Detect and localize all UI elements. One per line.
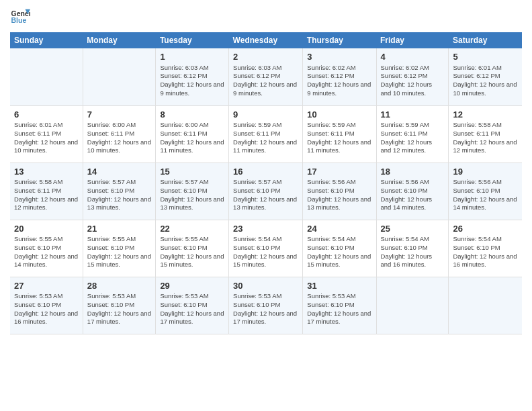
day-info: Sunrise: 5:54 AM Sunset: 6:10 PM Dayligh… <box>381 235 445 269</box>
day-info: Sunrise: 5:56 AM Sunset: 6:10 PM Dayligh… <box>381 178 445 212</box>
day-info: Sunrise: 5:55 AM Sunset: 6:10 PM Dayligh… <box>87 235 152 269</box>
calendar-cell: 20Sunrise: 5:55 AM Sunset: 6:10 PM Dayli… <box>10 220 83 277</box>
page-container: General Blue SundayMondayTuesdayWednesda… <box>0 0 532 341</box>
calendar-cell: 30Sunrise: 5:53 AM Sunset: 6:10 PM Dayli… <box>229 277 303 334</box>
calendar-cell: 13Sunrise: 5:58 AM Sunset: 6:11 PM Dayli… <box>10 163 83 220</box>
calendar-cell: 25Sunrise: 5:54 AM Sunset: 6:10 PM Dayli… <box>376 220 449 277</box>
day-number: 8 <box>160 109 224 121</box>
day-number: 10 <box>307 109 371 121</box>
day-info: Sunrise: 6:00 AM Sunset: 6:11 PM Dayligh… <box>87 121 152 155</box>
day-info: Sunrise: 5:59 AM Sunset: 6:11 PM Dayligh… <box>233 121 298 155</box>
day-number: 27 <box>14 280 79 292</box>
calendar-cell: 3Sunrise: 6:02 AM Sunset: 6:12 PM Daylig… <box>303 48 376 105</box>
day-number: 25 <box>381 223 445 235</box>
calendar-cell: 23Sunrise: 5:54 AM Sunset: 6:10 PM Dayli… <box>229 220 303 277</box>
calendar-cell: 31Sunrise: 5:53 AM Sunset: 6:10 PM Dayli… <box>303 277 376 334</box>
weekday-header-friday: Friday <box>376 32 449 48</box>
day-number: 7 <box>87 109 152 121</box>
day-info: Sunrise: 6:01 AM Sunset: 6:12 PM Dayligh… <box>453 64 518 98</box>
calendar-cell: 15Sunrise: 5:57 AM Sunset: 6:10 PM Dayli… <box>156 163 229 220</box>
calendar-week-4: 20Sunrise: 5:55 AM Sunset: 6:10 PM Dayli… <box>10 220 522 277</box>
day-number: 11 <box>381 109 445 121</box>
day-info: Sunrise: 5:53 AM Sunset: 6:10 PM Dayligh… <box>14 292 79 326</box>
day-info: Sunrise: 5:59 AM Sunset: 6:11 PM Dayligh… <box>381 121 445 155</box>
svg-text:Blue: Blue <box>11 16 27 24</box>
calendar-cell: 21Sunrise: 5:55 AM Sunset: 6:10 PM Dayli… <box>83 220 156 277</box>
calendar-cell: 27Sunrise: 5:53 AM Sunset: 6:10 PM Dayli… <box>10 277 83 334</box>
calendar-cell: 9Sunrise: 5:59 AM Sunset: 6:11 PM Daylig… <box>229 105 303 163</box>
calendar-cell: 2Sunrise: 6:03 AM Sunset: 6:12 PM Daylig… <box>229 48 303 105</box>
calendar-cell: 26Sunrise: 5:54 AM Sunset: 6:10 PM Dayli… <box>449 220 522 277</box>
calendar-cell: 29Sunrise: 5:53 AM Sunset: 6:10 PM Dayli… <box>156 277 229 334</box>
calendar-week-2: 6Sunrise: 6:01 AM Sunset: 6:11 PM Daylig… <box>10 105 522 163</box>
day-info: Sunrise: 5:53 AM Sunset: 6:10 PM Dayligh… <box>233 292 298 326</box>
day-number: 9 <box>233 109 298 121</box>
day-number: 30 <box>233 280 298 292</box>
day-info: Sunrise: 5:54 AM Sunset: 6:10 PM Dayligh… <box>307 235 371 269</box>
day-info: Sunrise: 5:59 AM Sunset: 6:11 PM Dayligh… <box>307 121 371 155</box>
day-number: 1 <box>160 51 224 63</box>
calendar-cell: 16Sunrise: 5:57 AM Sunset: 6:10 PM Dayli… <box>229 163 303 220</box>
calendar-cell: 10Sunrise: 5:59 AM Sunset: 6:11 PM Dayli… <box>303 105 376 163</box>
weekday-header-row: SundayMondayTuesdayWednesdayThursdayFrid… <box>10 32 522 48</box>
day-number: 22 <box>160 223 224 235</box>
day-number: 12 <box>453 109 518 121</box>
day-number: 21 <box>87 223 152 235</box>
calendar-cell: 5Sunrise: 6:01 AM Sunset: 6:12 PM Daylig… <box>449 48 522 105</box>
calendar-header: SundayMondayTuesdayWednesdayThursdayFrid… <box>10 32 522 48</box>
calendar-cell: 7Sunrise: 6:00 AM Sunset: 6:11 PM Daylig… <box>83 105 156 163</box>
calendar-cell: 11Sunrise: 5:59 AM Sunset: 6:11 PM Dayli… <box>376 105 449 163</box>
day-info: Sunrise: 5:53 AM Sunset: 6:10 PM Dayligh… <box>87 292 152 326</box>
day-number: 2 <box>233 51 298 63</box>
calendar-cell: 6Sunrise: 6:01 AM Sunset: 6:11 PM Daylig… <box>10 105 83 163</box>
day-number: 15 <box>160 166 224 178</box>
calendar-cell: 4Sunrise: 6:02 AM Sunset: 6:12 PM Daylig… <box>376 48 449 105</box>
day-info: Sunrise: 5:56 AM Sunset: 6:10 PM Dayligh… <box>453 178 518 212</box>
header: General Blue <box>10 7 522 27</box>
calendar-cell <box>449 277 522 334</box>
day-info: Sunrise: 5:57 AM Sunset: 6:10 PM Dayligh… <box>160 178 224 212</box>
calendar-week-5: 27Sunrise: 5:53 AM Sunset: 6:10 PM Dayli… <box>10 277 522 334</box>
day-info: Sunrise: 6:02 AM Sunset: 6:12 PM Dayligh… <box>307 64 371 98</box>
calendar-cell: 24Sunrise: 5:54 AM Sunset: 6:10 PM Dayli… <box>303 220 376 277</box>
day-number: 20 <box>14 223 79 235</box>
calendar-week-3: 13Sunrise: 5:58 AM Sunset: 6:11 PM Dayli… <box>10 163 522 220</box>
day-info: Sunrise: 6:03 AM Sunset: 6:12 PM Dayligh… <box>233 64 298 98</box>
day-number: 17 <box>307 166 371 178</box>
day-info: Sunrise: 5:57 AM Sunset: 6:10 PM Dayligh… <box>87 178 152 212</box>
day-number: 18 <box>381 166 445 178</box>
calendar-cell: 12Sunrise: 5:58 AM Sunset: 6:11 PM Dayli… <box>449 105 522 163</box>
calendar-cell: 18Sunrise: 5:56 AM Sunset: 6:10 PM Dayli… <box>376 163 449 220</box>
day-info: Sunrise: 5:54 AM Sunset: 6:10 PM Dayligh… <box>453 235 518 269</box>
day-info: Sunrise: 5:53 AM Sunset: 6:10 PM Dayligh… <box>307 292 371 326</box>
day-number: 31 <box>307 280 371 292</box>
day-number: 26 <box>453 223 518 235</box>
calendar-cell: 22Sunrise: 5:55 AM Sunset: 6:10 PM Dayli… <box>156 220 229 277</box>
calendar-cell: 19Sunrise: 5:56 AM Sunset: 6:10 PM Dayli… <box>449 163 522 220</box>
calendar-cell <box>10 48 83 105</box>
weekday-header-monday: Monday <box>83 32 156 48</box>
day-info: Sunrise: 5:55 AM Sunset: 6:10 PM Dayligh… <box>14 235 79 269</box>
day-info: Sunrise: 5:54 AM Sunset: 6:10 PM Dayligh… <box>233 235 298 269</box>
day-info: Sunrise: 5:58 AM Sunset: 6:11 PM Dayligh… <box>453 121 518 155</box>
calendar-cell: 1Sunrise: 6:03 AM Sunset: 6:12 PM Daylig… <box>156 48 229 105</box>
day-info: Sunrise: 6:02 AM Sunset: 6:12 PM Dayligh… <box>381 64 445 98</box>
day-info: Sunrise: 5:53 AM Sunset: 6:10 PM Dayligh… <box>160 292 224 326</box>
day-number: 29 <box>160 280 224 292</box>
calendar-cell: 14Sunrise: 5:57 AM Sunset: 6:10 PM Dayli… <box>83 163 156 220</box>
logo-icon: General Blue <box>10 7 30 27</box>
calendar-cell: 8Sunrise: 6:00 AM Sunset: 6:11 PM Daylig… <box>156 105 229 163</box>
day-info: Sunrise: 6:03 AM Sunset: 6:12 PM Dayligh… <box>160 64 224 98</box>
day-number: 13 <box>14 166 79 178</box>
day-info: Sunrise: 5:55 AM Sunset: 6:10 PM Dayligh… <box>160 235 224 269</box>
weekday-header-wednesday: Wednesday <box>229 32 303 48</box>
day-number: 6 <box>14 109 79 121</box>
day-number: 3 <box>307 51 371 63</box>
day-number: 5 <box>453 51 518 63</box>
day-number: 16 <box>233 166 298 178</box>
weekday-header-tuesday: Tuesday <box>156 32 229 48</box>
weekday-header-thursday: Thursday <box>303 32 376 48</box>
day-number: 14 <box>87 166 152 178</box>
logo: General Blue <box>10 7 30 27</box>
calendar-cell <box>376 277 449 334</box>
